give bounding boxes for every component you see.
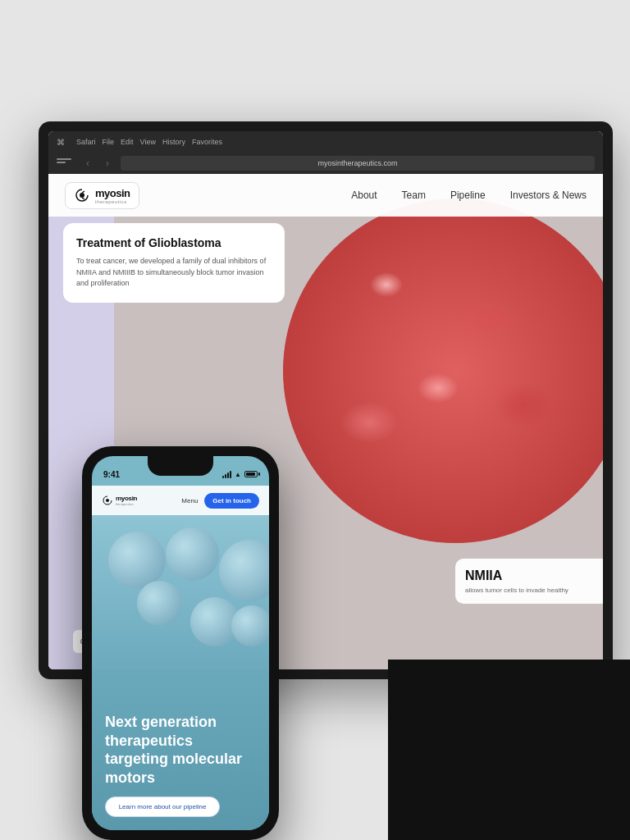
menu-history[interactable]: History <box>162 138 185 146</box>
sphere-6 <box>231 605 269 646</box>
signal-bars-icon <box>222 470 231 478</box>
menu-favorites[interactable]: Favorites <box>192 138 222 146</box>
iphone-logo: myosin therapeutics <box>102 495 137 506</box>
iphone-mockup: 9:41 ▲ <box>82 446 279 840</box>
status-time: 9:41 <box>103 470 120 479</box>
brain-image <box>283 199 603 543</box>
apple-icon: ⌘ <box>57 137 66 147</box>
url-text: myosintherapeutics.com <box>317 159 397 167</box>
menu-edit[interactable]: Edit <box>121 138 134 146</box>
iphone-menu-button[interactable]: Menu <box>181 497 198 504</box>
phone-headline: Next generation therapeutics targeting m… <box>105 713 256 787</box>
iphone-myosin-logo-icon <box>102 495 113 506</box>
info-card-title: Treatment of Glioblastoma <box>76 236 272 249</box>
info-card: Treatment of Glioblastoma To treat cance… <box>63 223 285 303</box>
status-icons: ▲ <box>222 470 258 478</box>
sidebar-toggle-icon[interactable] <box>57 158 71 169</box>
sphere-2 <box>137 581 182 626</box>
iphone-nav: myosin therapeutics Menu Get in touch <box>92 486 269 515</box>
menu-view[interactable]: View <box>140 138 156 146</box>
iphone-get-in-touch-button[interactable]: Get in touch <box>204 493 259 509</box>
battery-icon <box>244 471 258 477</box>
site-logo[interactable]: myosin therapeutics <box>65 182 139 209</box>
url-bar[interactable]: myosintherapeutics.com <box>121 156 595 171</box>
black-bottom-section <box>388 660 630 840</box>
browser-top-bar: ⌘ Safari File Edit View History Favorite… <box>48 131 603 153</box>
phone-bottom-section: Next generation therapeutics targeting m… <box>92 670 269 830</box>
iphone-status-bar: 9:41 ▲ <box>92 456 269 486</box>
forward-arrow-icon[interactable]: › <box>101 157 114 170</box>
phone-spheres-area <box>92 515 269 679</box>
svg-point-1 <box>106 499 109 502</box>
nav-pipeline[interactable]: Pipeline <box>450 189 486 201</box>
sphere-5 <box>219 540 269 601</box>
iphone-screen: 9:41 ▲ <box>92 456 269 830</box>
nav-links: About Team Pipeline Investors & News <box>351 189 587 201</box>
website-nav: myosin therapeutics About Team Pipeline … <box>48 174 603 217</box>
iphone-logo-text: myosin therapeutics <box>116 495 137 506</box>
browser-menu-items: Safari File Edit View History Favorites <box>76 138 222 146</box>
svg-point-0 <box>80 193 84 198</box>
browser-chrome: ⌘ Safari File Edit View History Favorite… <box>48 131 603 174</box>
iphone-logo-main: myosin <box>116 495 137 502</box>
wifi-icon: ▲ <box>235 471 241 478</box>
nmiia-text: allows tumor cells to invade healthy <box>465 587 593 594</box>
page-background: ⌘ Safari File Edit View History Favorite… <box>0 0 630 840</box>
nmiia-title: NMIIA <box>465 568 593 583</box>
logo-main-text: myosin <box>95 187 130 199</box>
menu-file[interactable]: File <box>103 138 115 146</box>
notch <box>148 456 213 476</box>
nav-team[interactable]: Team <box>402 189 426 201</box>
nav-about[interactable]: About <box>351 189 377 201</box>
myosin-logo-icon <box>74 187 90 203</box>
learn-more-button[interactable]: Learn more about our pipeline <box>105 797 220 817</box>
brain-texture <box>283 199 603 543</box>
logo-text: myosin therapeutics <box>95 187 130 204</box>
menu-safari[interactable]: Safari <box>76 138 96 146</box>
iphone-logo-sub: therapeutics <box>116 502 137 506</box>
nmiia-card: NMIIA allows tumor cells to invade healt… <box>455 559 603 604</box>
info-card-text: To treat cancer, we developed a family o… <box>76 256 272 290</box>
logo-sub-text: therapeutics <box>95 199 130 204</box>
back-arrow-icon[interactable]: ‹ <box>81 157 94 170</box>
sphere-3 <box>166 527 219 581</box>
nav-investors[interactable]: Investors & News <box>510 189 587 201</box>
browser-bottom-bar: ‹ › myosintherapeutics.com <box>48 153 603 174</box>
